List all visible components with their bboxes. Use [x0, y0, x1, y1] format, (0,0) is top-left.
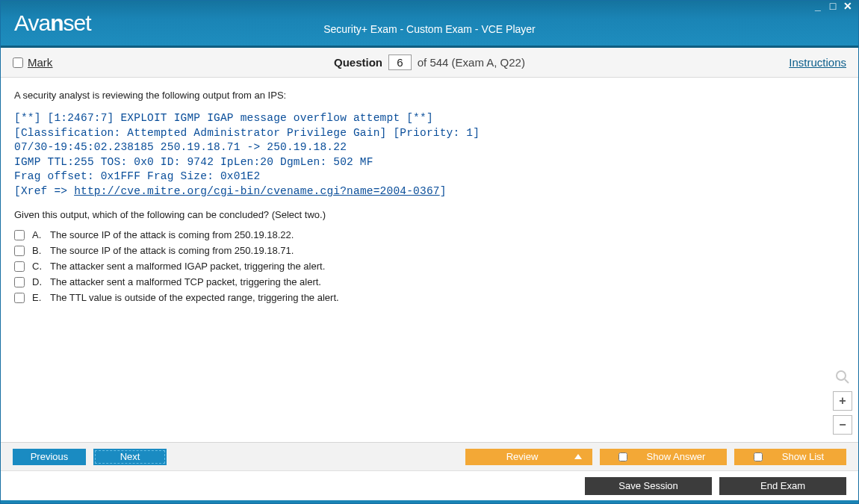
question-intro: A security analyst is reviewing the foll… [14, 90, 845, 101]
option-text: The attacker sent a malformed IGAP packe… [50, 261, 325, 272]
svg-line-1 [845, 379, 849, 383]
option-text: The source IP of the attack is coming fr… [50, 229, 294, 240]
xref-link[interactable]: http://cve.mitre.org/cgi-bin/cvename.cgi… [74, 185, 440, 197]
option-a[interactable]: A. The source IP of the attack is coming… [14, 229, 845, 240]
xref-prefix: [Xref => [14, 185, 74, 197]
option-d[interactable]: D. The attacker sent a malformed TCP pac… [14, 276, 845, 287]
show-answer-button[interactable]: Show Answer [600, 449, 727, 465]
question-header: Mark Question 6 of 544 (Exam A, Q22) Ins… [1, 48, 858, 78]
option-checkbox[interactable] [14, 246, 25, 256]
ips-output: [**] [1:2467:7] EXPLOIT IGMP IGAP messag… [14, 111, 845, 199]
zoom-in-button[interactable]: + [833, 391, 852, 411]
show-answer-checkbox[interactable] [618, 452, 627, 461]
app-window: Avanset Security+ Exam - Custom Exam - V… [0, 0, 859, 504]
option-text: The attacker sent a malformed TCP packet… [50, 276, 321, 287]
question-body: A security analyst is reviewing the foll… [1, 78, 858, 442]
option-c[interactable]: C. The attacker sent a malformed IGAP pa… [14, 261, 845, 272]
review-label: Review [506, 451, 539, 462]
mono-line: [**] [1:2467:7] EXPLOIT IGMP IGAP messag… [14, 111, 845, 126]
xref-suffix: ] [440, 185, 447, 197]
option-letter: B. [32, 245, 43, 256]
previous-button[interactable]: Previous [13, 449, 86, 465]
option-letter: E. [32, 292, 43, 303]
zoom-out-button[interactable]: − [833, 415, 852, 435]
option-letter: D. [32, 276, 43, 287]
zoom-controls: + − [833, 367, 852, 435]
option-letter: C. [32, 261, 43, 272]
mono-line: [Classification: Attempted Administrator… [14, 126, 845, 141]
question-word: Question [334, 56, 382, 69]
mono-line: Frag offset: 0x1FFF Frag Size: 0x01E2 [14, 169, 845, 184]
end-exam-button[interactable]: End Exam [719, 477, 846, 495]
show-list-button[interactable]: Show List [734, 449, 846, 465]
window-controls: _ □ ✕ [812, 2, 854, 13]
option-checkbox[interactable] [14, 293, 25, 303]
show-list-checkbox[interactable] [754, 452, 763, 461]
search-icon[interactable] [833, 367, 852, 387]
review-button[interactable]: Review [465, 449, 592, 465]
option-b[interactable]: B. The source IP of the attack is coming… [14, 245, 845, 256]
minimize-button[interactable]: _ [812, 2, 824, 13]
save-session-button[interactable]: Save Session [585, 477, 712, 495]
action-footer: Save Session End Exam [1, 470, 858, 500]
show-list-label: Show List [782, 451, 824, 462]
next-button[interactable]: Next [93, 449, 167, 465]
question-followup: Given this output, which of the followin… [14, 209, 845, 220]
bottom-accent-bar [1, 500, 858, 503]
svg-point-0 [837, 371, 846, 380]
option-text: The source IP of the attack is coming fr… [50, 245, 294, 256]
question-of-text: of 544 (Exam A, Q22) [418, 56, 525, 69]
option-e[interactable]: E. The TTL value is outside of the expec… [14, 292, 845, 303]
window-title: Security+ Exam - Custom Exam - VCE Playe… [1, 23, 858, 35]
maximize-button[interactable]: □ [827, 2, 839, 13]
mono-line: IGMP TTL:255 TOS: 0x0 ID: 9742 IpLen:20 … [14, 155, 845, 170]
answer-options: A. The source IP of the attack is coming… [14, 229, 845, 303]
question-position: Question 6 of 544 (Exam A, Q22) [1, 55, 858, 70]
option-letter: A. [32, 229, 43, 240]
title-bar: Avanset Security+ Exam - Custom Exam - V… [1, 1, 858, 48]
option-text: The TTL value is outside of the expected… [50, 292, 339, 303]
mono-line: 07/30-19:45:02.238185 250.19.18.71 -> 25… [14, 140, 845, 155]
mono-line-xref: [Xref => http://cve.mitre.org/cgi-bin/cv… [14, 184, 845, 199]
close-button[interactable]: ✕ [842, 2, 854, 13]
nav-footer: Previous Next Review Show Answer Show Li… [1, 442, 858, 470]
question-number-box: 6 [388, 55, 411, 70]
show-answer-label: Show Answer [647, 451, 706, 462]
option-checkbox[interactable] [14, 277, 25, 287]
option-checkbox[interactable] [14, 261, 25, 272]
option-checkbox[interactable] [14, 230, 25, 240]
triangle-up-icon [574, 454, 582, 459]
